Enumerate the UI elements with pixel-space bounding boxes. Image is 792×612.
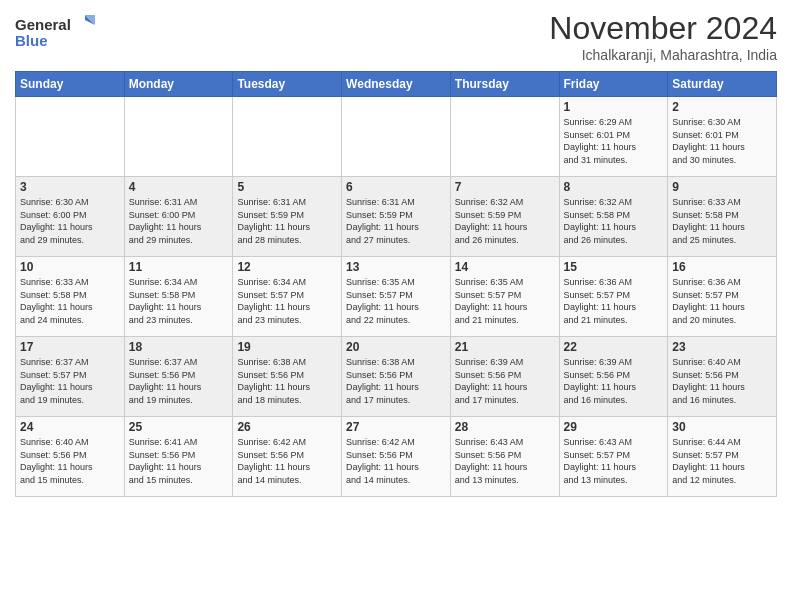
table-cell: 6Sunrise: 6:31 AM Sunset: 5:59 PM Daylig… (342, 177, 451, 257)
day-info: Sunrise: 6:36 AM Sunset: 5:57 PM Dayligh… (672, 276, 772, 326)
day-info: Sunrise: 6:44 AM Sunset: 5:57 PM Dayligh… (672, 436, 772, 486)
week-row-3: 17Sunrise: 6:37 AM Sunset: 5:57 PM Dayli… (16, 337, 777, 417)
table-cell: 5Sunrise: 6:31 AM Sunset: 5:59 PM Daylig… (233, 177, 342, 257)
day-number: 21 (455, 340, 555, 354)
logo: General Blue (15, 10, 95, 54)
table-cell: 21Sunrise: 6:39 AM Sunset: 5:56 PM Dayli… (450, 337, 559, 417)
day-number: 12 (237, 260, 337, 274)
table-cell: 10Sunrise: 6:33 AM Sunset: 5:58 PM Dayli… (16, 257, 125, 337)
table-cell: 19Sunrise: 6:38 AM Sunset: 5:56 PM Dayli… (233, 337, 342, 417)
day-number: 30 (672, 420, 772, 434)
day-number: 18 (129, 340, 229, 354)
svg-text:General: General (15, 16, 71, 33)
day-info: Sunrise: 6:39 AM Sunset: 5:56 PM Dayligh… (455, 356, 555, 406)
day-number: 13 (346, 260, 446, 274)
day-info: Sunrise: 6:38 AM Sunset: 5:56 PM Dayligh… (237, 356, 337, 406)
header: General Blue November 2024 Ichalkaranji,… (15, 10, 777, 63)
logo-svg: General Blue (15, 10, 95, 54)
page-container: General Blue November 2024 Ichalkaranji,… (0, 0, 792, 502)
day-number: 6 (346, 180, 446, 194)
col-wednesday: Wednesday (342, 72, 451, 97)
day-number: 1 (564, 100, 664, 114)
calendar-header-row: Sunday Monday Tuesday Wednesday Thursday… (16, 72, 777, 97)
table-cell: 24Sunrise: 6:40 AM Sunset: 5:56 PM Dayli… (16, 417, 125, 497)
col-thursday: Thursday (450, 72, 559, 97)
day-number: 22 (564, 340, 664, 354)
table-cell (233, 97, 342, 177)
table-cell: 1Sunrise: 6:29 AM Sunset: 6:01 PM Daylig… (559, 97, 668, 177)
table-cell: 25Sunrise: 6:41 AM Sunset: 5:56 PM Dayli… (124, 417, 233, 497)
day-info: Sunrise: 6:39 AM Sunset: 5:56 PM Dayligh… (564, 356, 664, 406)
day-info: Sunrise: 6:30 AM Sunset: 6:01 PM Dayligh… (672, 116, 772, 166)
table-cell: 13Sunrise: 6:35 AM Sunset: 5:57 PM Dayli… (342, 257, 451, 337)
day-number: 19 (237, 340, 337, 354)
table-cell: 11Sunrise: 6:34 AM Sunset: 5:58 PM Dayli… (124, 257, 233, 337)
col-monday: Monday (124, 72, 233, 97)
day-info: Sunrise: 6:32 AM Sunset: 5:59 PM Dayligh… (455, 196, 555, 246)
table-cell: 16Sunrise: 6:36 AM Sunset: 5:57 PM Dayli… (668, 257, 777, 337)
table-cell: 26Sunrise: 6:42 AM Sunset: 5:56 PM Dayli… (233, 417, 342, 497)
day-number: 25 (129, 420, 229, 434)
day-info: Sunrise: 6:35 AM Sunset: 5:57 PM Dayligh… (346, 276, 446, 326)
table-cell: 17Sunrise: 6:37 AM Sunset: 5:57 PM Dayli… (16, 337, 125, 417)
day-info: Sunrise: 6:38 AM Sunset: 5:56 PM Dayligh… (346, 356, 446, 406)
day-info: Sunrise: 6:43 AM Sunset: 5:56 PM Dayligh… (455, 436, 555, 486)
day-info: Sunrise: 6:32 AM Sunset: 5:58 PM Dayligh… (564, 196, 664, 246)
day-number: 2 (672, 100, 772, 114)
day-info: Sunrise: 6:36 AM Sunset: 5:57 PM Dayligh… (564, 276, 664, 326)
table-cell (124, 97, 233, 177)
table-cell: 22Sunrise: 6:39 AM Sunset: 5:56 PM Dayli… (559, 337, 668, 417)
day-info: Sunrise: 6:34 AM Sunset: 5:57 PM Dayligh… (237, 276, 337, 326)
day-info: Sunrise: 6:40 AM Sunset: 5:56 PM Dayligh… (672, 356, 772, 406)
day-info: Sunrise: 6:34 AM Sunset: 5:58 PM Dayligh… (129, 276, 229, 326)
table-cell: 2Sunrise: 6:30 AM Sunset: 6:01 PM Daylig… (668, 97, 777, 177)
col-friday: Friday (559, 72, 668, 97)
table-cell: 15Sunrise: 6:36 AM Sunset: 5:57 PM Dayli… (559, 257, 668, 337)
month-title: November 2024 (549, 10, 777, 47)
week-row-2: 10Sunrise: 6:33 AM Sunset: 5:58 PM Dayli… (16, 257, 777, 337)
table-cell: 28Sunrise: 6:43 AM Sunset: 5:56 PM Dayli… (450, 417, 559, 497)
table-cell (450, 97, 559, 177)
day-number: 29 (564, 420, 664, 434)
week-row-1: 3Sunrise: 6:30 AM Sunset: 6:00 PM Daylig… (16, 177, 777, 257)
day-info: Sunrise: 6:33 AM Sunset: 5:58 PM Dayligh… (20, 276, 120, 326)
day-info: Sunrise: 6:31 AM Sunset: 5:59 PM Dayligh… (237, 196, 337, 246)
col-tuesday: Tuesday (233, 72, 342, 97)
col-saturday: Saturday (668, 72, 777, 97)
week-row-0: 1Sunrise: 6:29 AM Sunset: 6:01 PM Daylig… (16, 97, 777, 177)
table-cell (16, 97, 125, 177)
day-number: 16 (672, 260, 772, 274)
day-number: 14 (455, 260, 555, 274)
day-number: 8 (564, 180, 664, 194)
day-info: Sunrise: 6:31 AM Sunset: 6:00 PM Dayligh… (129, 196, 229, 246)
svg-text:Blue: Blue (15, 32, 48, 49)
table-cell: 23Sunrise: 6:40 AM Sunset: 5:56 PM Dayli… (668, 337, 777, 417)
table-cell: 27Sunrise: 6:42 AM Sunset: 5:56 PM Dayli… (342, 417, 451, 497)
day-info: Sunrise: 6:42 AM Sunset: 5:56 PM Dayligh… (346, 436, 446, 486)
table-cell (342, 97, 451, 177)
table-cell: 7Sunrise: 6:32 AM Sunset: 5:59 PM Daylig… (450, 177, 559, 257)
day-info: Sunrise: 6:31 AM Sunset: 5:59 PM Dayligh… (346, 196, 446, 246)
day-info: Sunrise: 6:33 AM Sunset: 5:58 PM Dayligh… (672, 196, 772, 246)
day-number: 4 (129, 180, 229, 194)
day-info: Sunrise: 6:43 AM Sunset: 5:57 PM Dayligh… (564, 436, 664, 486)
table-cell: 29Sunrise: 6:43 AM Sunset: 5:57 PM Dayli… (559, 417, 668, 497)
day-info: Sunrise: 6:37 AM Sunset: 5:57 PM Dayligh… (20, 356, 120, 406)
day-number: 15 (564, 260, 664, 274)
day-info: Sunrise: 6:42 AM Sunset: 5:56 PM Dayligh… (237, 436, 337, 486)
day-number: 28 (455, 420, 555, 434)
table-cell: 30Sunrise: 6:44 AM Sunset: 5:57 PM Dayli… (668, 417, 777, 497)
table-cell: 20Sunrise: 6:38 AM Sunset: 5:56 PM Dayli… (342, 337, 451, 417)
day-number: 24 (20, 420, 120, 434)
day-number: 7 (455, 180, 555, 194)
day-number: 27 (346, 420, 446, 434)
table-cell: 4Sunrise: 6:31 AM Sunset: 6:00 PM Daylig… (124, 177, 233, 257)
table-cell: 8Sunrise: 6:32 AM Sunset: 5:58 PM Daylig… (559, 177, 668, 257)
day-info: Sunrise: 6:41 AM Sunset: 5:56 PM Dayligh… (129, 436, 229, 486)
calendar-table: Sunday Monday Tuesday Wednesday Thursday… (15, 71, 777, 497)
day-number: 9 (672, 180, 772, 194)
title-area: November 2024 Ichalkaranji, Maharashtra,… (549, 10, 777, 63)
table-cell: 3Sunrise: 6:30 AM Sunset: 6:00 PM Daylig… (16, 177, 125, 257)
col-sunday: Sunday (16, 72, 125, 97)
calendar-body: 1Sunrise: 6:29 AM Sunset: 6:01 PM Daylig… (16, 97, 777, 497)
